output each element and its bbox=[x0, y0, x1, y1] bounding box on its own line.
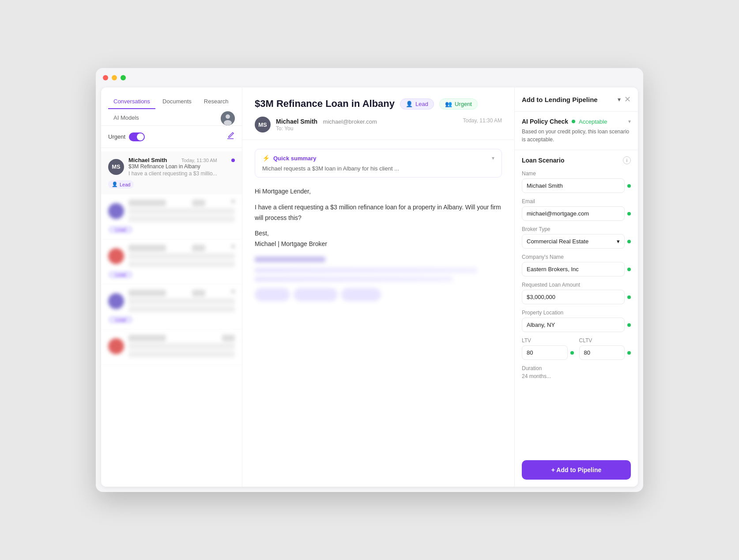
sidebar-tabs: Conversations Documents Research AI Mode… bbox=[101, 87, 242, 126]
compose-button[interactable] bbox=[226, 131, 235, 142]
property-location-row: Albany, NY bbox=[522, 318, 631, 332]
cltv-input[interactable]: 80 bbox=[579, 345, 625, 360]
add-to-pipeline-button[interactable]: + Add to Pipeline bbox=[522, 460, 631, 480]
policy-chevron-icon[interactable]: ▾ bbox=[628, 118, 631, 125]
urgent-tag-icon: 👥 bbox=[445, 101, 452, 107]
conv-blurred-header-4: Blurred Name Today Blurred Subject Blurr… bbox=[108, 335, 235, 357]
email-field-row: michael@mortgage.com bbox=[522, 206, 631, 221]
loan-amount-input[interactable]: $3,000,000 bbox=[522, 290, 625, 304]
conv-sender-name: Michael Smith bbox=[128, 157, 167, 163]
lead-label: Lead bbox=[120, 182, 130, 187]
ltv-cltv-section: LTV 80 CLTV 80 bbox=[522, 337, 631, 360]
user-avatar bbox=[221, 111, 235, 125]
conv-item-michael-smith[interactable]: MS Michael Smith Today, 11:30 AM $3M Ref… bbox=[101, 151, 242, 194]
company-name-input[interactable]: Eastern Brokers, Inc bbox=[522, 262, 625, 276]
name-input[interactable]: Michael Smith bbox=[522, 178, 625, 193]
policy-text: Based on your credit policy, this loan s… bbox=[522, 128, 631, 144]
broker-type-field-group: Broker Type Commercial Real Estate ▾ bbox=[522, 226, 631, 249]
broker-type-value: Commercial Real Estate bbox=[527, 238, 588, 245]
urgent-tag[interactable]: 👥 Urgent bbox=[439, 98, 478, 110]
conv-info: Michael Smith Today, 11:30 AM $3M Refina… bbox=[128, 157, 235, 177]
qs-text: Michael requests a $3M loan in Albany fo… bbox=[262, 165, 494, 172]
conv-item-blurred-2[interactable]: Blurred Name Today Blurred Subject Blurr… bbox=[101, 239, 242, 284]
maximize-dot[interactable] bbox=[121, 75, 126, 80]
broker-type-chevron: ▾ bbox=[617, 238, 620, 245]
policy-check-title: AI Policy Check bbox=[522, 118, 568, 125]
policy-acceptable-dot bbox=[572, 120, 575, 123]
blurred-badge-2: Lead bbox=[108, 271, 133, 279]
property-location-dot bbox=[627, 323, 631, 327]
lead-tag-label: Lead bbox=[415, 101, 428, 107]
lead-tag[interactable]: 👤 Lead bbox=[400, 98, 434, 110]
urgent-toggle[interactable] bbox=[129, 132, 145, 141]
conv-item-blurred-1[interactable]: Blurred Name Today Blurred Subject Blurr… bbox=[101, 194, 242, 239]
email-header: $3M Refinance Loan in Albany 👤 Lead 👥 Ur… bbox=[242, 87, 514, 140]
duration-label: Duration bbox=[522, 365, 631, 371]
tab-conversations[interactable]: Conversations bbox=[108, 95, 155, 109]
loan-scenario-header: Loan Scenario i bbox=[522, 156, 631, 164]
ltv-group: LTV 80 bbox=[522, 337, 574, 360]
email-body-paragraph: I have a client requesting a $3 million … bbox=[255, 202, 502, 223]
lead-badge: 👤 Lead bbox=[108, 180, 134, 189]
loan-amount-row: $3,000,000 bbox=[522, 290, 631, 304]
qs-title: Quick summary bbox=[273, 155, 488, 162]
urgent-label: Urgent bbox=[108, 133, 125, 140]
sender-avatar: MS bbox=[255, 117, 271, 132]
email-greeting: Hi Mortgage Lender, bbox=[255, 186, 502, 197]
app-window: Conversations Documents Research AI Mode… bbox=[96, 68, 643, 492]
email-input[interactable]: michael@mortgage.com bbox=[522, 206, 625, 221]
property-location-field-group: Property Location Albany, NY bbox=[522, 310, 631, 332]
name-field-group: Name Michael Smith bbox=[522, 170, 631, 193]
quick-summary[interactable]: ⚡ Quick summary ▾ Michael requests a $3M… bbox=[255, 149, 502, 178]
company-name-dot bbox=[627, 268, 631, 271]
email-field-group: Email michael@mortgage.com bbox=[522, 198, 631, 221]
sidebar: Conversations Documents Research AI Mode… bbox=[101, 87, 242, 487]
conversation-list: MS Michael Smith Today, 11:30 AM $3M Ref… bbox=[101, 148, 242, 487]
conv-timestamp: Today, 11:30 AM bbox=[181, 158, 217, 163]
company-name-field-group: Company's Name Eastern Brokers, Inc bbox=[522, 254, 631, 276]
property-location-label: Property Location bbox=[522, 310, 631, 316]
broker-type-dot bbox=[627, 240, 631, 243]
minimize-dot[interactable] bbox=[112, 75, 117, 80]
qs-header[interactable]: ⚡ Quick summary ▾ bbox=[262, 155, 494, 162]
conv-preview: I have a client requesting a $3 millio..… bbox=[128, 170, 235, 177]
ltv-dot bbox=[570, 351, 574, 355]
tab-ai-models[interactable]: AI Models bbox=[108, 111, 144, 125]
loan-scenario-section: Loan Scenario i Name Michael Smith Email… bbox=[515, 150, 638, 453]
conv-avatar: MS bbox=[108, 159, 124, 175]
name-field-row: Michael Smith bbox=[522, 178, 631, 193]
blurred-suggested-actions bbox=[255, 257, 502, 301]
loan-amount-dot bbox=[627, 295, 631, 299]
tab-research[interactable]: Research bbox=[199, 95, 234, 109]
info-icon[interactable]: i bbox=[623, 156, 631, 164]
email-field-dot bbox=[627, 212, 631, 216]
company-name-row: Eastern Brokers, Inc bbox=[522, 262, 631, 276]
duration-partial-text: 24 months... bbox=[522, 373, 631, 379]
main-content: $3M Refinance Loan in Albany 👤 Lead 👥 Ur… bbox=[242, 87, 514, 487]
email-body: ⚡ Quick summary ▾ Michael requests a $3M… bbox=[242, 140, 514, 487]
loan-scenario-title: Loan Scenario bbox=[522, 157, 564, 164]
cltv-dot bbox=[627, 351, 631, 355]
conv-item-blurred-3[interactable]: Blurred Name Today Blurred Subject Blurr… bbox=[101, 284, 242, 329]
name-field-label: Name bbox=[522, 170, 631, 177]
email-title: $3M Refinance Loan in Albany bbox=[255, 98, 395, 110]
close-dot[interactable] bbox=[103, 75, 108, 80]
svg-point-2 bbox=[224, 120, 232, 125]
email-text: Hi Mortgage Lender, I have a client requ… bbox=[255, 186, 502, 250]
qs-chevron-icon: ▾ bbox=[492, 155, 494, 161]
conv-item-blurred-4[interactable]: Blurred Name Today Blurred Subject Blurr… bbox=[101, 329, 242, 365]
conv-blurred-avatar-3 bbox=[108, 293, 124, 309]
svg-point-1 bbox=[226, 114, 230, 119]
cltv-value-row: 80 bbox=[579, 345, 631, 360]
conv-blurred-avatar-4 bbox=[108, 338, 124, 354]
email-field-label: Email bbox=[522, 198, 631, 204]
tab-documents[interactable]: Documents bbox=[157, 95, 197, 109]
panel-dropdown-icon[interactable]: ▾ bbox=[618, 96, 621, 103]
ltv-input[interactable]: 80 bbox=[522, 345, 568, 360]
broker-type-select[interactable]: Commercial Real Estate ▾ bbox=[522, 234, 625, 249]
conv-blurred-header-3: Blurred Name Today Blurred Subject Blurr… bbox=[108, 290, 235, 312]
policy-status: Acceptable bbox=[579, 118, 607, 125]
property-location-input[interactable]: Albany, NY bbox=[522, 318, 625, 332]
panel-close-button[interactable]: ✕ bbox=[624, 95, 631, 104]
urgent-tag-label: Urgent bbox=[455, 101, 472, 107]
